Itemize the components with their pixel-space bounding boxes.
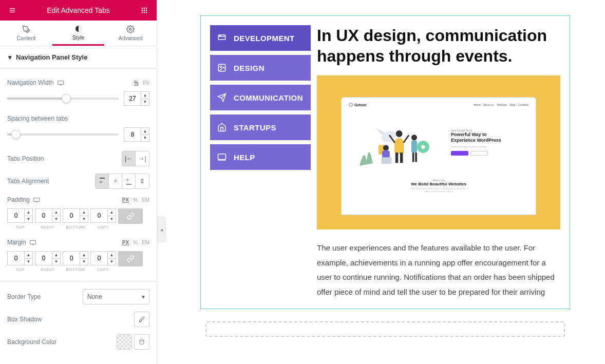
nav-width-slider[interactable] bbox=[7, 98, 119, 100]
content-image: Getwid Home About us Features Blog Conta… bbox=[317, 75, 560, 229]
box-shadow-edit-button[interactable] bbox=[134, 312, 149, 327]
padding-top-input[interactable]: ▲▼ bbox=[7, 208, 33, 223]
chevron-down-icon: ▾ bbox=[142, 293, 145, 300]
unit-em[interactable]: EM bbox=[142, 197, 149, 203]
unit-px[interactable]: PX bbox=[122, 240, 129, 245]
svg-rect-29 bbox=[218, 154, 226, 160]
sidebar-collapse-handle[interactable]: ◂ bbox=[157, 217, 165, 242]
section-nav-panel-style[interactable]: ▾ Navigation Panel Style bbox=[0, 46, 157, 69]
tabs-position-label: Tabs Position bbox=[7, 155, 44, 162]
unit-px[interactable]: PX bbox=[122, 197, 129, 203]
svg-rect-45 bbox=[415, 152, 417, 162]
spacing-slider[interactable] bbox=[7, 133, 119, 136]
content-heading: In UX design, communication happens thro… bbox=[317, 25, 560, 66]
spacing-label: Spacing between tabs bbox=[7, 115, 68, 122]
padding-link-button[interactable] bbox=[118, 208, 143, 224]
nav-width-value[interactable]: ▲▼ bbox=[124, 91, 149, 106]
tab-development[interactable]: DEVELOPMENT bbox=[210, 25, 311, 51]
svg-rect-10 bbox=[144, 12, 145, 13]
padding-left-input[interactable]: ▲▼ bbox=[90, 208, 116, 223]
responsive-icon[interactable] bbox=[29, 240, 36, 245]
border-type-select[interactable]: None ▾ bbox=[83, 289, 149, 304]
control-bg-color: Background Color bbox=[7, 334, 149, 350]
tab-communication[interactable]: COMMUNICATION bbox=[210, 85, 311, 110]
content-body: The user experiences and the features av… bbox=[317, 241, 560, 299]
svg-rect-14 bbox=[58, 81, 63, 85]
unit-pct[interactable]: % bbox=[133, 240, 138, 245]
spacing-value[interactable]: ▲▼ bbox=[124, 127, 149, 142]
svg-rect-16 bbox=[33, 198, 39, 202]
drop-area[interactable] bbox=[205, 321, 565, 337]
svg-point-34 bbox=[421, 145, 425, 149]
apps-icon[interactable] bbox=[138, 4, 150, 16]
unit-px[interactable]: PX bbox=[143, 80, 149, 86]
section-title: Navigation Panel Style bbox=[16, 53, 87, 61]
tabs-position-toggle: |← →| bbox=[122, 151, 149, 166]
unit-percent[interactable]: % bbox=[134, 80, 139, 86]
padding-bottom-input[interactable]: ▲▼ bbox=[63, 208, 88, 223]
svg-rect-43 bbox=[411, 140, 417, 152]
margin-link-button[interactable] bbox=[118, 251, 143, 266]
responsive-icon[interactable] bbox=[57, 80, 64, 85]
svg-rect-3 bbox=[142, 8, 143, 9]
svg-rect-41 bbox=[400, 152, 403, 163]
svg-point-20 bbox=[140, 340, 144, 341]
svg-point-13 bbox=[129, 28, 131, 30]
panel-tab-advanced[interactable]: Advanced bbox=[104, 21, 157, 46]
pos-right-button[interactable]: →| bbox=[136, 151, 149, 166]
align-top-button[interactable]: ÷ bbox=[96, 174, 109, 188]
advanced-tabs-widget[interactable]: DEVELOPMENT DESIGN COMMUNICATION STARTUP… bbox=[200, 15, 570, 309]
align-stretch-button[interactable]: ⇕ bbox=[136, 174, 149, 188]
align-middle-button[interactable]: ÷ bbox=[109, 174, 122, 188]
svg-rect-40 bbox=[395, 152, 399, 163]
bg-color-swatch-button[interactable] bbox=[117, 334, 132, 350]
svg-rect-47 bbox=[381, 157, 391, 164]
svg-rect-8 bbox=[146, 10, 147, 11]
nav-width-label: Navigation Width bbox=[7, 79, 54, 86]
vertical-tabs-nav: DEVELOPMENT DESIGN COMMUNICATION STARTUP… bbox=[210, 25, 311, 299]
panel-tab-style-label: Style bbox=[72, 34, 84, 41]
responsive-icon[interactable] bbox=[33, 197, 40, 202]
control-padding: Padding PX % EM ▲▼TOP ▲▼RIGHT ▲▼BOTTOM ▲… bbox=[7, 196, 149, 229]
control-spacing: Spacing between tabs ▲▼ bbox=[7, 115, 149, 142]
control-box-shadow: Box Shadow bbox=[7, 312, 149, 327]
svg-point-23 bbox=[219, 35, 220, 36]
svg-rect-18 bbox=[30, 241, 35, 244]
menu-icon[interactable] bbox=[6, 4, 18, 16]
svg-point-26 bbox=[220, 66, 221, 67]
margin-bottom-input[interactable]: ▲▼ bbox=[63, 251, 88, 265]
sidebar-header: Edit Advanced Tabs bbox=[0, 0, 157, 21]
margin-left-input[interactable]: ▲▼ bbox=[90, 251, 116, 265]
tabs-alignment-toggle: ÷ ÷ ÷ ⇕ bbox=[95, 174, 149, 189]
margin-right-input[interactable]: ▲▼ bbox=[35, 251, 61, 265]
control-tabs-alignment: Tabs Alignment ÷ ÷ ÷ ⇕ bbox=[7, 174, 149, 189]
panel-tab-advanced-label: Advanced bbox=[119, 35, 143, 41]
padding-label: Padding bbox=[7, 196, 30, 203]
bg-color-global-button[interactable] bbox=[134, 334, 149, 350]
caret-down-icon: ▾ bbox=[8, 53, 12, 61]
tab-help[interactable]: HELP bbox=[210, 144, 311, 170]
pos-left-button[interactable]: |← bbox=[122, 151, 136, 166]
control-border-type: Border Type None ▾ bbox=[7, 289, 149, 304]
svg-rect-7 bbox=[144, 10, 145, 11]
tab-startups[interactable]: STARTUPS bbox=[210, 114, 311, 140]
editor-sidebar: Edit Advanced Tabs Content Style Advance… bbox=[0, 0, 157, 364]
control-tabs-position: Tabs Position |← →| bbox=[7, 151, 149, 166]
tab-design[interactable]: DESIGN bbox=[210, 55, 311, 81]
control-margin: Margin PX % EM ▲▼TOP ▲▼RIGHT ▲▼BOTTOM ▲▼… bbox=[7, 239, 149, 272]
unit-pct[interactable]: % bbox=[133, 197, 138, 203]
svg-point-37 bbox=[396, 130, 403, 137]
svg-rect-44 bbox=[412, 152, 414, 162]
margin-top-input[interactable]: ▲▼ bbox=[7, 251, 33, 265]
panel-tab-content[interactable]: Content bbox=[0, 21, 52, 46]
unit-em[interactable]: EM bbox=[142, 240, 149, 245]
panel-mode-tabs: Content Style Advanced bbox=[0, 21, 157, 46]
padding-right-input[interactable]: ▲▼ bbox=[35, 208, 61, 223]
align-bottom-button[interactable]: ÷ bbox=[122, 174, 136, 188]
svg-rect-9 bbox=[142, 12, 143, 13]
box-shadow-label: Box Shadow bbox=[7, 316, 42, 323]
panel-tab-style[interactable]: Style bbox=[52, 21, 105, 46]
sidebar-title: Edit Advanced Tabs bbox=[47, 6, 110, 14]
tabs-alignment-label: Tabs Alignment bbox=[7, 178, 49, 185]
control-nav-width: Navigation Width % PX ▲▼ bbox=[7, 79, 149, 106]
